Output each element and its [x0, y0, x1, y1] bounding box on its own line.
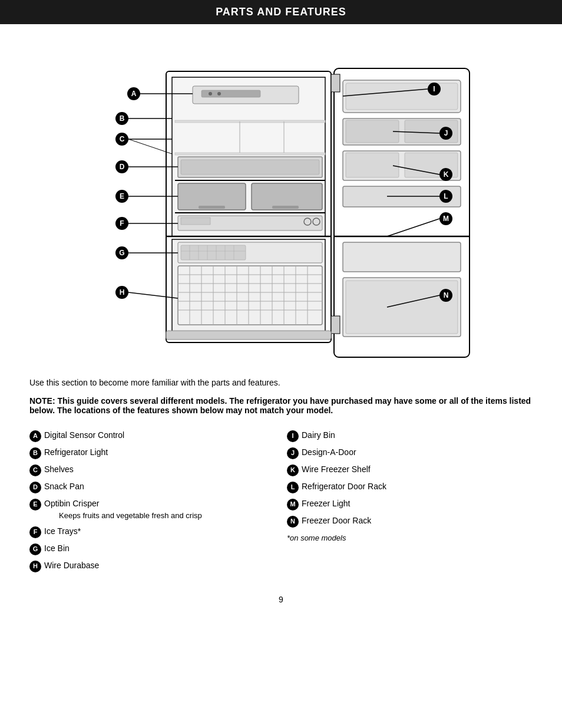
svg-line-108	[387, 219, 439, 236]
part-badge-m: M	[287, 499, 299, 510]
svg-text:J: J	[444, 129, 448, 137]
part-item-l: L Refrigerator Door Rack	[287, 481, 533, 493]
part-badge-i: I	[287, 430, 299, 442]
part-item-i: I Dairy Bin	[287, 430, 533, 442]
part-label-h: Wire Durabase	[44, 560, 275, 572]
part-label-g: Ice Bin	[44, 543, 275, 555]
part-sub-e: Keeps fruits and vegetable fresh and cri…	[59, 510, 275, 521]
svg-rect-12	[175, 120, 325, 123]
part-badge-b: B	[29, 447, 41, 459]
part-label-f: Ice Trays*	[44, 526, 275, 538]
part-badge-d: D	[29, 482, 41, 493]
svg-rect-66	[343, 242, 461, 272]
part-badge-h: H	[29, 561, 41, 572]
svg-rect-22	[199, 206, 225, 209]
asterisk-note: *on some models	[287, 533, 533, 542]
fridge-diagram: A B C D E F G H I	[75, 36, 487, 360]
part-item-c: C Shelves	[29, 464, 275, 476]
svg-rect-30	[181, 245, 246, 260]
part-item-g: G Ice Bin	[29, 543, 275, 555]
part-badge-l: L	[287, 482, 299, 493]
svg-text:C: C	[120, 135, 125, 143]
part-badge-e: E	[29, 499, 41, 510]
part-badge-f: F	[29, 526, 41, 538]
part-badge-a: A	[29, 430, 41, 442]
part-label-i: Dairy Bin	[302, 430, 533, 442]
svg-text:K: K	[444, 170, 449, 179]
part-label-c: Shelves	[44, 464, 275, 476]
header-title: PARTS AND FEATURES	[216, 6, 346, 18]
svg-point-9	[209, 92, 212, 95]
diagram-section: A B C D E F G H I	[75, 36, 487, 360]
part-badge-k: K	[287, 465, 299, 476]
part-label-a: Digital Sensor Control	[44, 430, 275, 442]
part-label-b: Refrigerator Light	[44, 447, 275, 459]
svg-text:I: I	[433, 85, 435, 93]
intro-text: Use this section to become more familiar…	[0, 378, 562, 387]
svg-text:D: D	[120, 163, 125, 171]
svg-rect-5	[331, 74, 340, 92]
svg-rect-68	[346, 281, 458, 334]
svg-rect-23	[272, 206, 299, 209]
part-badge-c: C	[29, 465, 41, 476]
svg-text:N: N	[444, 291, 449, 299]
svg-text:L: L	[444, 192, 448, 200]
part-label-j: Design-A-Door	[302, 447, 533, 459]
part-label-d: Snack Pan	[44, 481, 275, 493]
svg-rect-18	[181, 160, 319, 174]
svg-rect-57	[346, 83, 458, 110]
part-item-k: K Wire Freezer Shelf	[287, 464, 533, 476]
svg-rect-6	[331, 316, 340, 334]
svg-rect-26	[181, 218, 210, 225]
part-item-d: D Snack Pan	[29, 481, 275, 493]
part-item-f: F Ice Trays*	[29, 526, 275, 538]
svg-text:G: G	[119, 249, 124, 257]
svg-rect-62	[346, 153, 399, 177]
part-label-m: Freezer Light	[302, 498, 533, 510]
part-badge-g: G	[29, 543, 41, 555]
svg-line-93	[128, 292, 178, 298]
svg-text:A: A	[131, 90, 137, 98]
part-badge-j: J	[287, 447, 299, 459]
part-label-k: Wire Freezer Shelf	[302, 464, 533, 476]
part-label-l: Refrigerator Door Rack	[302, 481, 533, 493]
svg-rect-59	[346, 120, 399, 143]
part-item-m: M Freezer Light	[287, 498, 533, 510]
parts-right-column: I Dairy Bin J Design-A-Door K Wire Freez…	[287, 430, 533, 577]
page-number: 9	[0, 595, 562, 604]
svg-line-78	[128, 139, 172, 154]
part-item-e: E Optibin CrisperKeeps fruits and vegeta…	[29, 498, 275, 521]
page-header: PARTS AND FEATURES	[0, 0, 562, 24]
parts-list: A Digital Sensor Control B Refrigerator …	[0, 430, 562, 577]
part-item-j: J Design-A-Door	[287, 447, 533, 459]
part-badge-n: N	[287, 516, 299, 528]
svg-rect-16	[175, 153, 325, 155]
parts-left-column: A Digital Sensor Control B Refrigerator …	[29, 430, 275, 577]
svg-text:E: E	[120, 192, 124, 200]
note-text: NOTE: This guide covers several differen…	[0, 396, 562, 415]
part-item-a: A Digital Sensor Control	[29, 430, 275, 442]
part-item-h: H Wire Durabase	[29, 560, 275, 572]
part-item-n: N Freezer Door Rack	[287, 515, 533, 528]
svg-text:F: F	[120, 219, 124, 228]
part-item-b: B Refrigerator Light	[29, 447, 275, 459]
part-label-n: Freezer Door Rack	[302, 515, 533, 527]
svg-point-10	[217, 92, 221, 95]
svg-rect-55	[166, 331, 331, 340]
part-label-e: Optibin CrisperKeeps fruits and vegetabl…	[44, 498, 275, 521]
svg-text:H: H	[120, 288, 125, 297]
svg-text:M: M	[443, 215, 449, 223]
svg-text:B: B	[120, 114, 125, 123]
